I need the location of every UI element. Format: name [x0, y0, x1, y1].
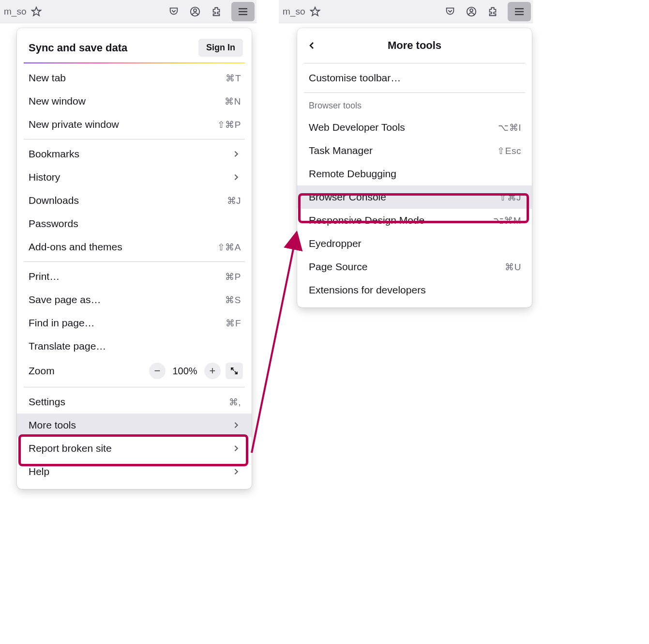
shortcut-text: ⇧⌘P — [217, 119, 241, 130]
menu-new-private-window[interactable]: New private window ⇧⌘P — [17, 113, 252, 136]
menu-translate[interactable]: Translate page… — [17, 335, 252, 358]
shortcut-text: ⌘J — [227, 195, 241, 206]
menu-label: Report broken site — [29, 443, 231, 454]
annotation-arrow — [247, 206, 305, 462]
hamburger-menu-button[interactable] — [231, 2, 255, 21]
svg-marker-0 — [32, 7, 41, 15]
menu-save-page[interactable]: Save page as… ⌘S — [17, 288, 252, 311]
menu-passwords[interactable]: Passwords — [17, 212, 252, 235]
menu-label: More tools — [29, 419, 231, 431]
zoom-out-button[interactable]: − — [149, 363, 166, 379]
zoom-label: Zoom — [29, 365, 144, 377]
shortcut-text: ⇧Esc — [497, 145, 521, 156]
menu-history[interactable]: History — [17, 166, 252, 189]
menu-separator — [24, 139, 245, 139]
menu-new-tab[interactable]: New tab ⌘T — [17, 66, 252, 90]
menu-bookmarks[interactable]: Bookmarks — [17, 142, 252, 166]
menu-new-window[interactable]: New window ⌘N — [17, 90, 252, 113]
chevron-right-icon — [231, 467, 241, 476]
zoom-in-button[interactable]: + — [204, 363, 221, 379]
chevron-right-icon — [231, 172, 241, 182]
menu-more-tools[interactable]: More tools — [17, 414, 252, 437]
menu-extensions-dev[interactable]: Extensions for developers — [297, 278, 532, 302]
menu-task-manager[interactable]: Task Manager ⇧Esc — [297, 139, 532, 162]
fullscreen-button[interactable] — [226, 363, 243, 379]
menu-label: Settings — [29, 396, 229, 408]
menu-label: Browser Console — [309, 191, 499, 203]
menu-responsive-design[interactable]: Responsive Design Mode ⌥⌘M — [297, 209, 532, 232]
menu-label: Help — [29, 466, 231, 477]
menu-eyedropper[interactable]: Eyedropper — [297, 232, 532, 255]
menu-label: Passwords — [29, 218, 241, 230]
menu-label: History — [29, 171, 231, 183]
menu-separator — [24, 261, 245, 262]
menu-label: Task Manager — [309, 145, 497, 156]
extensions-icon[interactable] — [210, 5, 223, 18]
menu-label: Extensions for developers — [309, 284, 521, 296]
menu-label: Customise toolbar… — [309, 72, 521, 84]
chevron-right-icon — [231, 149, 241, 159]
main-menu-window: m_so Sync and save data Sign In New tab … — [0, 0, 257, 23]
menu-print[interactable]: Print… ⌘P — [17, 265, 252, 288]
browser-toolbar: m_so — [279, 0, 533, 23]
account-icon[interactable] — [465, 5, 478, 18]
shortcut-text: ⇧⌘A — [217, 242, 241, 253]
account-icon[interactable] — [189, 5, 201, 18]
hamburger-menu-button[interactable] — [508, 2, 531, 21]
menu-settings[interactable]: Settings ⌘, — [17, 390, 252, 414]
menu-label: Remote Debugging — [309, 168, 521, 180]
menu-find-in-page[interactable]: Find in page… ⌘F — [17, 311, 252, 335]
menu-label: New tab — [29, 72, 226, 84]
sync-title: Sync and save data — [29, 42, 127, 54]
menu-separator — [304, 63, 525, 63]
shortcut-text: ⌘, — [229, 397, 241, 408]
menu-browser-console[interactable]: Browser Console ⇧⌘J — [297, 185, 532, 209]
menu-label: Eyedropper — [309, 238, 521, 249]
chevron-right-icon — [231, 444, 241, 453]
url-fragment: m_so — [4, 5, 159, 18]
svg-line-14 — [252, 232, 297, 453]
back-button[interactable] — [306, 40, 317, 51]
shortcut-text: ⌥⌘I — [498, 122, 521, 133]
menu-downloads[interactable]: Downloads ⌘J — [17, 189, 252, 212]
submenu-header: More tools — [297, 32, 532, 60]
menu-addons[interactable]: Add-ons and themes ⇧⌘A — [17, 235, 252, 259]
url-text: m_so — [283, 6, 305, 17]
menu-separator — [304, 92, 525, 93]
shortcut-text: ⇧⌘J — [499, 192, 521, 203]
menu-label: Page Source — [309, 261, 505, 273]
pocket-icon[interactable] — [167, 5, 180, 18]
shortcut-text: ⌘S — [225, 294, 241, 306]
menu-help[interactable]: Help — [17, 460, 252, 483]
star-icon[interactable] — [30, 5, 43, 18]
more-tools-window: m_so More tools Customise toolbar… — [279, 0, 533, 23]
sign-in-button[interactable]: Sign In — [198, 39, 243, 57]
menu-label: Downloads — [29, 195, 227, 206]
chevron-right-icon — [231, 420, 241, 430]
menu-label: Find in page… — [29, 317, 226, 329]
menu-label: New private window — [29, 119, 217, 130]
main-menu-dropdown: Sync and save data Sign In New tab ⌘T Ne… — [17, 28, 252, 489]
submenu-title: More tools — [297, 39, 532, 52]
url-fragment: m_so — [283, 5, 435, 18]
menu-remote-debugging[interactable]: Remote Debugging — [297, 162, 532, 185]
shortcut-text: ⌘U — [505, 261, 521, 273]
star-icon[interactable] — [309, 5, 321, 18]
more-tools-dropdown: More tools Customise toolbar… Browser to… — [297, 28, 532, 307]
menu-label: Web Developer Tools — [309, 122, 498, 133]
menu-report-broken[interactable]: Report broken site — [17, 437, 252, 460]
url-text: m_so — [4, 6, 26, 17]
pocket-icon[interactable] — [444, 5, 456, 18]
menu-label: Save page as… — [29, 294, 225, 306]
shortcut-text: ⌘P — [225, 271, 241, 282]
rainbow-separator — [24, 62, 245, 63]
extensions-icon[interactable] — [486, 5, 499, 18]
menu-label: Print… — [29, 271, 225, 282]
svg-point-2 — [194, 9, 196, 12]
menu-page-source[interactable]: Page Source ⌘U — [297, 255, 532, 278]
menu-customise-toolbar[interactable]: Customise toolbar… — [297, 66, 532, 90]
shortcut-text: ⌥⌘M — [493, 215, 521, 226]
svg-marker-8 — [311, 7, 319, 15]
menu-web-developer-tools[interactable]: Web Developer Tools ⌥⌘I — [297, 116, 532, 139]
menu-label: New window — [29, 95, 225, 107]
